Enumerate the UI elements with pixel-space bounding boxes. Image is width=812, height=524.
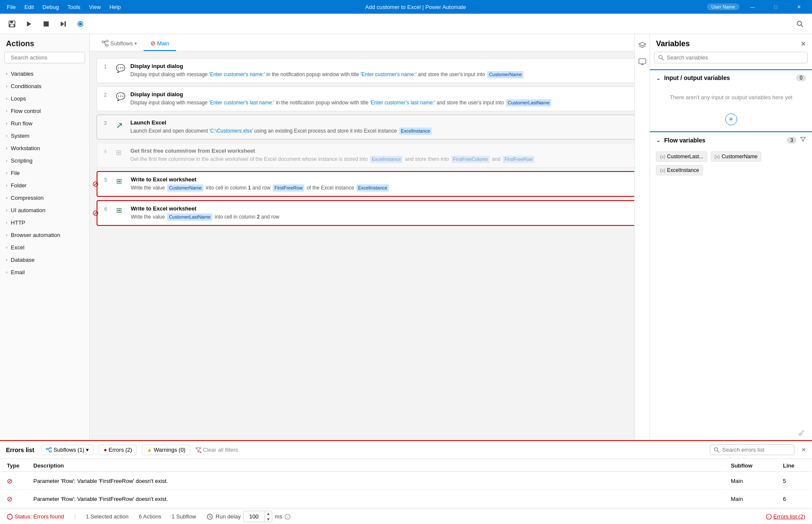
variable-name: CustomerLast... [667, 154, 703, 160]
action-item-workstation[interactable]: ›Workstation [0, 142, 89, 154]
flow-step-5[interactable]: ⊘ 5 ⊞ Write to Excel worksheet Write the… [97, 171, 643, 197]
actions-panel: Actions ›Variables ›Conditionals ›Loops … [0, 34, 90, 440]
step-body: Get first free column/row from Excel wor… [130, 148, 635, 163]
action-item-scripting[interactable]: ›Scripting [0, 154, 89, 167]
run-delay-input[interactable]: ▲ ▼ [243, 511, 272, 523]
clear-filters-button[interactable]: Clear all filters [195, 447, 238, 453]
flow-step-6[interactable]: ⊘ 6 ⊞ Write to Excel worksheet Write the… [97, 200, 643, 226]
variables-search-box[interactable] [654, 52, 808, 63]
step-button[interactable] [56, 17, 70, 31]
menu-file[interactable]: File [3, 2, 19, 12]
type-column-header: Type [1, 460, 26, 472]
flow-step-3[interactable]: 3 ↗ Launch Excel Launch Excel and open d… [97, 115, 643, 139]
errors-list-link[interactable]: ! Errors list (2) [766, 513, 805, 520]
close-button[interactable]: ✕ [789, 0, 809, 14]
svg-line-37 [210, 517, 211, 518]
action-item-flow-control[interactable]: ›Flow control [0, 105, 89, 117]
minimize-button[interactable]: — [743, 0, 762, 14]
action-item-folder[interactable]: ›Folder [0, 179, 89, 192]
action-item-email[interactable]: ›Email [0, 266, 89, 278]
chevron-right-icon: › [6, 158, 7, 163]
menu-view[interactable]: View [85, 2, 104, 12]
step-number: 5 [104, 177, 111, 183]
variable-chip[interactable]: {x} CustomerName [711, 151, 762, 162]
action-item-conditionals[interactable]: ›Conditionals [0, 80, 89, 92]
run-delay-down[interactable]: ▼ [265, 517, 272, 522]
io-section-header[interactable]: ⌄ Input / output variables 0 [650, 70, 812, 86]
action-item-loops[interactable]: ›Loops [0, 92, 89, 105]
error-icon: ● [103, 447, 107, 453]
flow-step-1[interactable]: 1 💬 Display input dialog Display input d… [97, 58, 643, 83]
variable-chip[interactable]: {x} ExcelInstance [656, 165, 703, 175]
step-number: 6 [104, 206, 111, 212]
run-button[interactable] [22, 17, 36, 31]
flow-step-2[interactable]: 2 💬 Display input dialog Display input d… [97, 86, 643, 111]
flow-section-header[interactable]: ⌄ Flow variables 3 [650, 132, 812, 148]
run-delay-spinners[interactable]: ▲ ▼ [264, 511, 272, 522]
action-item-excel[interactable]: ›Excel [0, 241, 89, 254]
menu-tools[interactable]: Tools [64, 2, 84, 12]
warnings-filter-label: Warnings (0) [154, 447, 185, 453]
variables-close-button[interactable]: ✕ [800, 40, 806, 48]
save-button[interactable] [5, 17, 19, 31]
action-item-compression[interactable]: ›Compression [0, 192, 89, 204]
error-description: Parameter 'Row': Variable 'FirstFreeRow'… [27, 473, 724, 490]
subflows-filter-icon [46, 447, 52, 453]
tab-subflows[interactable]: Subflows ▾ [95, 36, 144, 51]
add-io-variable-button[interactable]: + [725, 113, 737, 125]
step-desc: Display input dialog with message 'Enter… [130, 99, 635, 107]
run-delay-value[interactable] [244, 512, 264, 521]
action-item-browser-automation[interactable]: ›Browser automation [0, 229, 89, 241]
description-column-header: Description [27, 460, 724, 472]
menu-debug[interactable]: Debug [39, 2, 62, 12]
search-variables-input[interactable] [667, 54, 804, 61]
warnings-filter-button[interactable]: ▲ Warnings (0) [142, 444, 190, 455]
menu-edit[interactable]: Edit [21, 2, 37, 12]
menu-help[interactable]: Help [106, 2, 124, 12]
tab-main[interactable]: ⊘ Main [144, 36, 176, 51]
errors-filters: Subflows (1) ▾ ● Errors (2) ▲ Warnings (… [41, 444, 703, 455]
chevron-down-icon[interactable]: ▾ [135, 41, 137, 46]
monitor-icon[interactable] [635, 55, 649, 68]
subflows-icon [102, 40, 109, 47]
step-desc: Display input dialog with message 'Enter… [130, 71, 635, 78]
action-item-ui-automation[interactable]: ›UI automation [0, 204, 89, 216]
step-number: 3 [104, 120, 111, 126]
maximize-button[interactable]: □ [766, 0, 786, 14]
info-icon: i [285, 514, 291, 520]
layers-icon[interactable] [635, 38, 649, 52]
error-row[interactable]: ⊘ Parameter 'Row': Variable 'FirstFreeRo… [1, 473, 811, 490]
errors-panel-close-button[interactable]: ✕ [801, 447, 806, 453]
step-desc: Write the value CustomerLastName into ce… [131, 213, 635, 221]
record-button[interactable] [74, 17, 87, 31]
search-actions-input[interactable] [11, 54, 82, 61]
search-button[interactable] [793, 17, 807, 31]
error-description: Parameter 'Row': Variable 'FirstFreeRow'… [27, 491, 724, 508]
excel-icon: ⊞ [116, 177, 126, 185]
action-item-variables[interactable]: ›Variables [0, 68, 89, 80]
error-row[interactable]: ⊘ Parameter 'Row': Variable 'FirstFreeRo… [1, 491, 811, 508]
errors-filter-button[interactable]: ● Errors (2) [99, 444, 137, 455]
error-type-icon: ⊘ [7, 477, 12, 485]
step-number: 4 [104, 148, 111, 154]
action-item-http[interactable]: ›HTTP [0, 216, 89, 229]
action-item-system[interactable]: ›System [0, 130, 89, 142]
errors-search-input[interactable] [722, 447, 791, 453]
action-item-run-flow[interactable]: ›Run flow [0, 117, 89, 130]
errors-search-box[interactable] [710, 444, 794, 455]
filter-icon [195, 447, 201, 453]
action-item-file[interactable]: ›File [0, 167, 89, 179]
flow-step-4[interactable]: 4 ⊞ Get first free column/row from Excel… [97, 143, 643, 168]
stop-button[interactable] [39, 17, 53, 31]
excel-icon: ↗ [116, 120, 125, 130]
filter-icon[interactable] [800, 136, 806, 144]
variable-chip[interactable]: {x} CustomerLast... [656, 151, 707, 162]
eraser-icon[interactable] [798, 429, 806, 437]
action-item-database[interactable]: ›Database [0, 254, 89, 266]
step-title: Launch Excel [130, 119, 635, 126]
run-delay-up[interactable]: ▲ [265, 511, 272, 517]
status-bar: ! Status: Errors found | 1 Selected acti… [0, 509, 812, 524]
subflows-filter-button[interactable]: Subflows (1) ▾ [41, 444, 94, 455]
error-link-icon: ! [766, 514, 772, 520]
actions-search-box[interactable] [4, 52, 85, 63]
